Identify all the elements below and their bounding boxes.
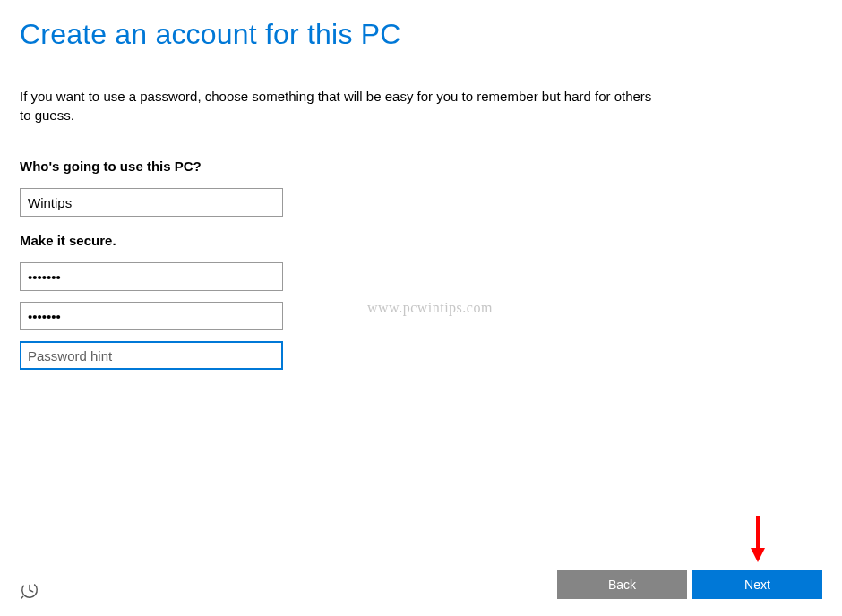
description-text: If you want to use a password, choose so… [20,87,665,124]
password-hint-input[interactable] [20,341,283,370]
page-title: Create an account for this PC [20,18,822,51]
username-label: Who's going to use this PC? [20,158,822,174]
arrow-annotation-icon [747,512,769,566]
username-input[interactable] [20,188,283,217]
next-button[interactable]: Next [692,570,822,599]
ease-of-access-icon[interactable] [20,580,39,600]
secure-label: Make it secure. [20,233,822,248]
svg-marker-1 [751,548,765,562]
back-button[interactable]: Back [557,570,687,599]
confirm-password-input[interactable] [20,302,283,330]
password-input[interactable] [20,262,283,291]
